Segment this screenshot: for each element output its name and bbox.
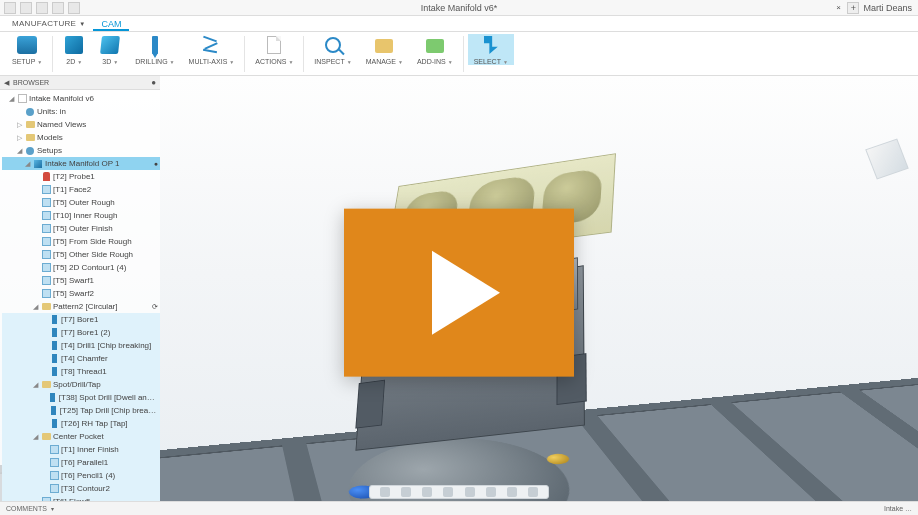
tree-op[interactable]: [T25] Tap Drill [Chip breaking] xyxy=(2,404,160,417)
setup-icon xyxy=(17,36,37,54)
pin-icon[interactable]: ● xyxy=(151,78,156,87)
ribbon-3d[interactable]: 3D▼ xyxy=(93,34,127,65)
qat-redo-icon[interactable] xyxy=(68,2,80,14)
ribbon-2d[interactable]: 2D▼ xyxy=(57,34,91,65)
ribbon-drilling[interactable]: DRILLING▼ xyxy=(129,34,180,65)
user-name-label[interactable]: Marti Deans xyxy=(863,3,912,13)
ribbon-select[interactable]: SELECT▼ xyxy=(468,34,514,65)
tab-cam-label: CAM xyxy=(101,19,121,29)
ribbon-setup[interactable]: SETUP▼ xyxy=(6,34,48,65)
tree-op[interactable]: [T10] Inner Rough xyxy=(2,209,160,222)
tree-op[interactable]: [T7] Bore1 (2) xyxy=(2,326,160,339)
tree-op[interactable]: [T1] Inner Finish xyxy=(2,443,160,456)
nav-pan-icon[interactable] xyxy=(401,487,411,497)
tree-op[interactable]: [T5] From Side Rough xyxy=(2,235,160,248)
tree-op[interactable]: [T5] Swarf2 xyxy=(2,287,160,300)
manufacture-label: MANUFACTURE xyxy=(12,19,76,28)
actions-icon xyxy=(267,36,281,54)
tree-op[interactable]: [T2] Probe1 xyxy=(2,170,160,183)
tree-op[interactable]: [T4] Drill1 [Chip breaking] xyxy=(2,339,160,352)
qat-save-icon[interactable] xyxy=(36,2,48,14)
nav-fit-icon[interactable] xyxy=(443,487,453,497)
nav-look-icon[interactable] xyxy=(465,487,475,497)
inspect-icon xyxy=(325,37,341,53)
tree-spot-group[interactable]: ◢Spot/Drill/Tap xyxy=(2,378,160,391)
addins-icon xyxy=(426,39,444,53)
select-icon xyxy=(484,36,498,54)
play-icon xyxy=(432,250,500,334)
close-tab-icon[interactable]: × xyxy=(833,3,843,13)
document-title: Intake Manifold v6* xyxy=(421,3,498,13)
ribbon-manage[interactable]: MANAGE▼ xyxy=(360,34,409,65)
tree-op[interactable]: [T5] 2D Contour1 (4) xyxy=(2,261,160,274)
ribbon-actions[interactable]: ACTIONS▼ xyxy=(249,34,299,65)
comments-bar[interactable]: COMMENTS ▾ Intake … xyxy=(0,501,918,515)
nav-viewports-icon[interactable] xyxy=(528,487,538,497)
tree-setups[interactable]: ◢Setups xyxy=(2,144,160,157)
manage-icon xyxy=(375,39,393,53)
tree-named-views[interactable]: ▷Named Views xyxy=(2,118,160,131)
chevron-down-icon: ▼ xyxy=(79,21,85,27)
quick-access-toolbar xyxy=(0,2,80,14)
tree-op[interactable]: [T6] Pencil1 (4) xyxy=(2,469,160,482)
nav-grid-icon[interactable] xyxy=(507,487,517,497)
comments-label: COMMENTS xyxy=(6,505,47,512)
tree-op[interactable]: [T7] Bore1 xyxy=(2,313,160,326)
ribbon-addins[interactable]: ADD-INS▼ xyxy=(411,34,459,65)
ribbon-multi-axis[interactable]: MULTI-AXIS▼ xyxy=(183,34,241,65)
tree-setup-1[interactable]: ◢Intake Manifold OP 1● xyxy=(2,157,160,170)
browser-tree[interactable]: ◢Intake Manifold v6 Units: in ▷Named Vie… xyxy=(0,90,160,515)
tree-op[interactable]: [T5] Outer Rough xyxy=(2,196,160,209)
toolpath-3d-icon xyxy=(100,36,120,54)
manufacture-workspace-switcher[interactable]: MANUFACTURE ▼ xyxy=(4,17,93,30)
tree-op[interactable]: [T8] Thread1 xyxy=(2,365,160,378)
tree-op[interactable]: [T38] Spot Drill [Dwell and rap… xyxy=(2,391,160,404)
view-cube[interactable] xyxy=(865,139,909,180)
tree-op[interactable]: [T5] Swarf1 xyxy=(2,274,160,287)
browser-title: BROWSER xyxy=(13,79,49,86)
drill-icon xyxy=(152,36,158,54)
workspace: ◀ BROWSER ● ◢Intake Manifold v6 Units: i… xyxy=(0,76,918,515)
tree-op[interactable]: [T6] Parallel1 xyxy=(2,456,160,469)
title-bar: Intake Manifold v6* × + Marti Deans xyxy=(0,0,918,16)
tree-root[interactable]: ◢Intake Manifold v6 xyxy=(2,92,160,105)
tree-models[interactable]: ▷Models xyxy=(2,131,160,144)
tree-op[interactable]: [T1] Face2 xyxy=(2,183,160,196)
ribbon-toolbar: SETUP▼ 2D▼ 3D▼ DRILLING▼ MULTI-AXIS▼ ACT… xyxy=(0,32,918,76)
nav-display-icon[interactable] xyxy=(486,487,496,497)
tree-op[interactable]: [T26] RH Tap [Tap] xyxy=(2,417,160,430)
tree-op[interactable]: [T5] Outer Finish xyxy=(2,222,160,235)
video-play-overlay[interactable] xyxy=(344,208,574,376)
tree-center-group[interactable]: ◢Center Pocket xyxy=(2,430,160,443)
tree-op[interactable]: [T5] Other Side Rough xyxy=(2,248,160,261)
browser-panel-header[interactable]: ◀ BROWSER ● xyxy=(0,76,160,90)
ribbon-inspect[interactable]: INSPECT▼ xyxy=(308,34,357,65)
new-tab-icon[interactable]: + xyxy=(847,2,859,14)
tree-op[interactable]: [T3] Contour2 xyxy=(2,482,160,495)
tree-pattern-group[interactable]: ◢Pattern2 [Circular]⟳ xyxy=(2,300,160,313)
nav-zoom-icon[interactable] xyxy=(422,487,432,497)
nav-orbit-icon[interactable] xyxy=(380,487,390,497)
qat-file-icon[interactable] xyxy=(20,2,32,14)
qat-app-icon[interactable] xyxy=(4,2,16,14)
workspace-tab-strip: MANUFACTURE ▼ CAM xyxy=(0,16,918,32)
tab-cam[interactable]: CAM xyxy=(93,17,129,31)
status-right: Intake … xyxy=(884,505,912,512)
navigation-bar[interactable] xyxy=(369,485,549,499)
tree-op[interactable]: [T4] Chamfer xyxy=(2,352,160,365)
qat-undo-icon[interactable] xyxy=(52,2,64,14)
multi-axis-icon xyxy=(201,36,221,54)
toolpath-2d-icon xyxy=(65,36,83,54)
tree-units[interactable]: Units: in xyxy=(2,105,160,118)
